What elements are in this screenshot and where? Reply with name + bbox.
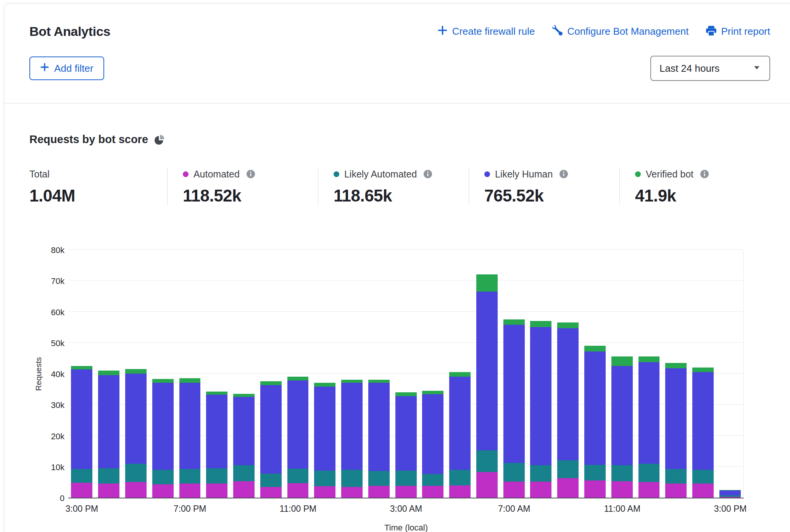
stacked-bar[interactable] (233, 394, 255, 498)
bar-segment-automated (368, 486, 390, 498)
bar-segment-likely-human (314, 387, 335, 471)
stat-value: 118.65k (334, 186, 461, 205)
bar-slot (555, 250, 582, 498)
bar-segment-likely-human (611, 366, 633, 465)
bar-segment-likely-automated (368, 471, 390, 486)
bar-segment-likely-human (206, 395, 227, 468)
stacked-bar[interactable] (98, 371, 119, 498)
create-firewall-rule-link[interactable]: Create firewall rule (437, 25, 535, 38)
bar-slot (203, 250, 231, 498)
stacked-bar[interactable] (314, 383, 335, 498)
bar-segment-likely-human (692, 372, 714, 470)
x-tick-label: 7:00 PM (174, 504, 206, 514)
print-report-link[interactable]: Print report (706, 25, 770, 38)
y-tick-label: 70k (51, 276, 64, 286)
bar-segment-likely-human (719, 490, 741, 496)
time-range-value: Last 24 hours (659, 63, 720, 74)
bar-segment-verified-bot (557, 322, 579, 328)
stacked-bar[interactable] (503, 319, 525, 498)
stat-label: Automated (193, 169, 240, 180)
stacked-bar[interactable] (368, 380, 390, 498)
bar-segment-likely-automated (395, 471, 417, 486)
stacked-bar[interactable] (152, 379, 174, 498)
stacked-bar[interactable] (611, 356, 633, 498)
y-tick-label: 10k (51, 463, 64, 472)
stacked-bar[interactable] (125, 369, 147, 498)
bar-segment-likely-human (584, 351, 606, 465)
bar-segment-automated (503, 482, 525, 498)
bar-segment-verified-bot (206, 392, 227, 395)
stacked-bar[interactable] (692, 368, 714, 498)
stacked-bar[interactable] (476, 274, 498, 498)
bar-segment-likely-automated (233, 465, 255, 481)
y-tick-label: 0 (60, 493, 64, 503)
bar-segment-verified-bot (314, 383, 335, 387)
bar-slot (257, 250, 284, 498)
stacked-bar[interactable] (719, 490, 741, 498)
stacked-bar[interactable] (449, 372, 471, 498)
add-filter-button[interactable]: Add filter (29, 56, 104, 80)
bar-segment-automated (638, 482, 660, 498)
stat-verified-bot: Verified bot 41.9k (619, 168, 770, 205)
bar-segment-automated (449, 485, 471, 498)
bar-segment-automated (125, 482, 147, 498)
stacked-bar[interactable] (422, 391, 443, 498)
x-tick-label: 11:00 PM (279, 504, 316, 514)
bar-segment-likely-automated (287, 469, 309, 483)
bar-segment-likely-automated (314, 471, 335, 486)
stacked-bar[interactable] (287, 377, 309, 498)
bar-segment-likely-human (503, 325, 525, 463)
configure-bot-management-link[interactable]: Configure Bot Management (552, 25, 688, 38)
bar-segment-automated (611, 481, 633, 498)
stacked-bar[interactable] (341, 380, 363, 498)
stacked-bar[interactable] (584, 346, 606, 498)
bar-slot (663, 250, 690, 498)
info-icon[interactable] (247, 170, 255, 178)
bar-segment-automated (71, 483, 92, 498)
bar-segment-likely-human (98, 375, 119, 468)
stacked-bar[interactable] (557, 322, 579, 498)
action-label: Create firewall rule (452, 26, 535, 37)
stacked-bar[interactable] (665, 363, 687, 498)
bar-segment-likely-automated (206, 468, 227, 484)
bar-slot (447, 250, 474, 498)
bar-segment-verified-bot (692, 368, 714, 372)
bar-segment-likely-automated (611, 465, 633, 481)
bar-segment-automated (152, 484, 174, 498)
bar-segment-verified-bot (98, 371, 119, 375)
stat-value: 765.52k (484, 186, 612, 205)
bar-segment-verified-bot (449, 372, 471, 377)
bot-analytics-card: Bot Analytics Create firewall rule Confi… (4, 3, 790, 532)
stacked-bar[interactable] (260, 381, 282, 498)
bar-slot (473, 250, 500, 498)
stacked-bar[interactable] (179, 378, 201, 498)
stat-value: 118.52k (183, 186, 310, 205)
bar-slot (68, 250, 95, 498)
bar-segment-verified-bot (395, 392, 417, 396)
bar-segment-likely-human (71, 369, 92, 469)
info-icon[interactable] (424, 170, 432, 178)
pie-chart-icon (154, 134, 165, 145)
bar-segment-likely-automated (449, 470, 471, 485)
bar-segment-likely-automated (71, 469, 92, 483)
stat-value: 1.04M (29, 186, 160, 205)
bars (68, 250, 743, 498)
stacked-bar[interactable] (638, 356, 660, 498)
section-title: Requests by bot score (29, 133, 148, 146)
stacked-bar[interactable] (395, 392, 417, 498)
plus-icon (40, 63, 49, 74)
bar-segment-automated (260, 487, 282, 498)
bar-segment-likely-human (152, 383, 174, 470)
time-range-select[interactable]: Last 24 hours (650, 56, 770, 81)
stat-label: Likely Automated (344, 169, 417, 180)
bar-segment-likely-automated (476, 450, 498, 472)
bar-slot (582, 250, 609, 498)
info-icon[interactable] (559, 170, 568, 178)
info-icon[interactable] (700, 170, 709, 178)
bar-segment-verified-bot (341, 380, 363, 383)
bar-segment-likely-human (395, 396, 417, 471)
stacked-bar[interactable] (206, 392, 227, 498)
bar-segment-likely-automated (557, 460, 579, 478)
stacked-bar[interactable] (71, 366, 92, 498)
stacked-bar[interactable] (530, 321, 551, 498)
